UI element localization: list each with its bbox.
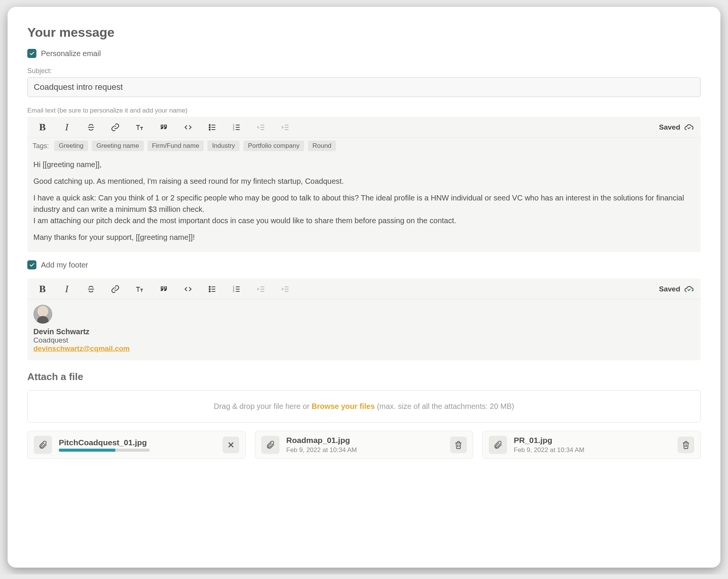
compose-window: Your message Personalize email Subject: … bbox=[8, 7, 720, 568]
personalize-row: Personalize email bbox=[27, 49, 701, 58]
paperclip-icon bbox=[34, 436, 52, 454]
svg-text:3: 3 bbox=[233, 290, 234, 293]
saved-label: Saved bbox=[659, 123, 680, 131]
svg-point-1 bbox=[209, 127, 210, 128]
personalize-checkbox[interactable] bbox=[27, 49, 36, 58]
file-date: Feb 9, 2022 at 10:34 AM bbox=[286, 446, 443, 454]
paperclip-icon bbox=[261, 436, 279, 454]
body-line: Hi [[greeting name]], bbox=[33, 159, 695, 170]
dropzone[interactable]: Drag & drop your file here or Browse you… bbox=[27, 390, 701, 423]
page-title: Your message bbox=[27, 25, 701, 40]
outdent-button[interactable] bbox=[254, 120, 268, 134]
cancel-upload-button[interactable] bbox=[223, 437, 239, 453]
indent-button[interactable] bbox=[278, 120, 292, 134]
upload-progress-fill bbox=[59, 449, 115, 452]
file-name: PitchCoadquest_01.jpg bbox=[59, 438, 216, 447]
quote-button[interactable] bbox=[157, 120, 171, 134]
file-card: Roadmap_01.jpg Feb 9, 2022 at 10:34 AM bbox=[255, 431, 473, 459]
strike-button[interactable] bbox=[84, 120, 98, 134]
bold-button[interactable]: B bbox=[36, 120, 49, 134]
tag-round[interactable]: Round bbox=[308, 141, 336, 151]
link-button[interactable] bbox=[108, 120, 122, 134]
quote-button[interactable] bbox=[157, 282, 171, 296]
indent-button[interactable] bbox=[278, 282, 292, 296]
svg-point-6 bbox=[209, 286, 210, 288]
email-hint: Email text (be sure to personalize it an… bbox=[27, 107, 701, 114]
cloud-check-icon bbox=[684, 122, 694, 132]
upload-progress bbox=[59, 449, 150, 452]
outdent-button[interactable] bbox=[254, 282, 268, 296]
saved-indicator: Saved bbox=[659, 122, 694, 132]
drop-text: Drag & drop your file here or bbox=[214, 402, 312, 410]
ul-button[interactable] bbox=[206, 120, 219, 134]
svg-point-0 bbox=[209, 125, 210, 126]
italic-button[interactable]: I bbox=[60, 120, 74, 134]
signature-email[interactable]: devinschwartz@cqmail.com bbox=[33, 344, 130, 352]
footer-editor: B I 123 Saved Devin Schwartz Coadquest d… bbox=[27, 279, 701, 360]
check-icon bbox=[29, 262, 35, 268]
files-row: PitchCoadquest_01.jpg Roadmap_01.jpg Feb… bbox=[27, 431, 701, 459]
ol-button[interactable]: 123 bbox=[230, 120, 243, 134]
browse-link[interactable]: Browse your files bbox=[312, 402, 375, 410]
svg-point-8 bbox=[209, 291, 210, 292]
avatar bbox=[33, 305, 52, 324]
strike-button[interactable] bbox=[84, 282, 98, 296]
code-button[interactable] bbox=[181, 282, 195, 296]
email-body[interactable]: Hi [[greeting name]], Good catching up. … bbox=[27, 154, 701, 252]
footer-label: Add my footer bbox=[41, 261, 88, 269]
delete-file-button[interactable] bbox=[678, 437, 694, 453]
file-card-uploading: PitchCoadquest_01.jpg bbox=[27, 431, 246, 459]
file-date: Feb 9, 2022 at 10:34 AM bbox=[514, 446, 671, 454]
textsize-button[interactable] bbox=[133, 120, 146, 134]
signature-block[interactable]: Devin Schwartz Coadquest devinschwartz@c… bbox=[27, 299, 701, 360]
email-editor: B I 123 Saved Tags: Greeting Greeting na… bbox=[27, 117, 701, 252]
trash-icon bbox=[681, 440, 690, 449]
saved-indicator: Saved bbox=[659, 284, 694, 294]
subject-input[interactable] bbox=[27, 77, 701, 97]
link-button[interactable] bbox=[108, 282, 122, 296]
tag-industry[interactable]: Industry bbox=[207, 141, 239, 151]
tag-firm-fund-name[interactable]: Firm/Fund name bbox=[147, 141, 204, 151]
body-line: I am attaching our pitch deck and the mo… bbox=[33, 215, 695, 226]
tag-greeting[interactable]: Greeting bbox=[54, 141, 88, 151]
body-line: I have a quick ask: Can you think of 1 o… bbox=[33, 192, 695, 215]
code-button[interactable] bbox=[181, 120, 195, 134]
footer-checkbox[interactable] bbox=[27, 260, 36, 269]
textsize-button[interactable] bbox=[133, 282, 146, 296]
file-name: PR_01.jpg bbox=[514, 436, 671, 445]
body-line: Good catching up. As mentioned, I'm rais… bbox=[33, 175, 695, 187]
bold-button[interactable]: B bbox=[36, 282, 49, 296]
signature-company: Coadquest bbox=[33, 336, 695, 344]
trash-icon bbox=[454, 440, 463, 449]
italic-button[interactable]: I bbox=[60, 282, 74, 296]
svg-text:3: 3 bbox=[233, 128, 234, 131]
signature-name: Devin Schwartz bbox=[33, 327, 695, 336]
tags-row: Tags: Greeting Greeting name Firm/Fund n… bbox=[27, 138, 701, 154]
file-name: Roadmap_01.jpg bbox=[286, 436, 443, 445]
paperclip-icon bbox=[489, 436, 507, 454]
svg-point-2 bbox=[209, 129, 210, 130]
ul-button[interactable] bbox=[206, 282, 219, 296]
footer-toolbar: B I 123 Saved bbox=[27, 279, 701, 299]
check-icon bbox=[29, 50, 35, 56]
ol-button[interactable]: 123 bbox=[230, 282, 243, 296]
subject-block: Subject: bbox=[27, 67, 701, 97]
attach-title: Attach a file bbox=[27, 371, 701, 383]
file-card: PR_01.jpg Feb 9, 2022 at 10:34 AM bbox=[482, 431, 701, 459]
delete-file-button[interactable] bbox=[450, 437, 467, 453]
personalize-label: Personalize email bbox=[41, 49, 101, 58]
email-toolbar: B I 123 Saved bbox=[27, 117, 701, 138]
close-icon bbox=[226, 440, 235, 449]
saved-label: Saved bbox=[659, 285, 680, 293]
tag-greeting-name[interactable]: Greeting name bbox=[92, 141, 143, 151]
cloud-check-icon bbox=[684, 284, 694, 294]
tag-portfolio-company[interactable]: Portfolio company bbox=[243, 141, 304, 151]
tags-label: Tags: bbox=[33, 142, 49, 150]
svg-point-7 bbox=[209, 289, 210, 290]
drop-limit: (max. size of all the attachments: 20 MB… bbox=[375, 402, 514, 410]
footer-row: Add my footer bbox=[27, 260, 701, 269]
body-line: Many thanks for your support, [[greeting… bbox=[33, 232, 695, 243]
subject-label: Subject: bbox=[27, 67, 701, 75]
